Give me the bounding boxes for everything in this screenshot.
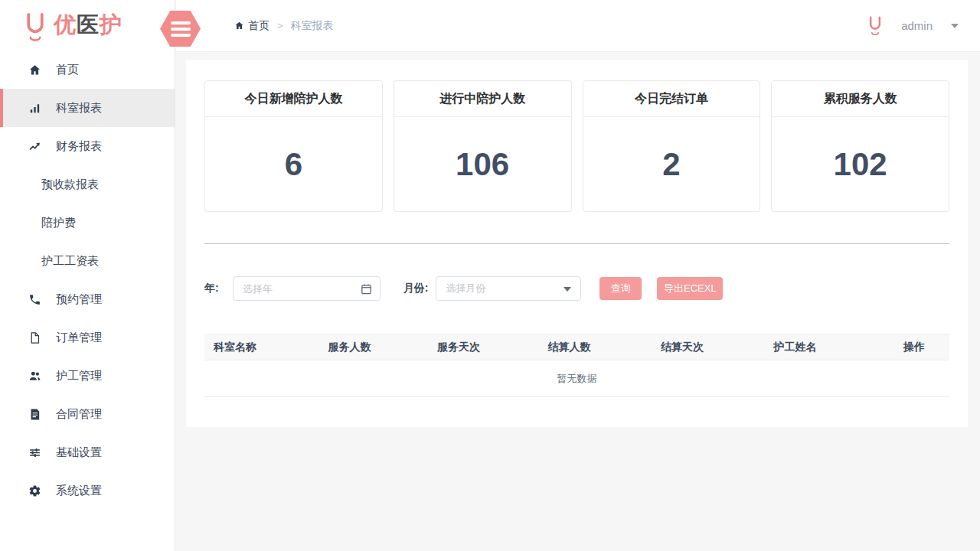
- brand-char: 护: [100, 12, 122, 37]
- home-icon: [28, 64, 41, 77]
- sidebar-item-worker-salary[interactable]: 护工工资表: [0, 242, 175, 280]
- stat-card-title: 今日完结订单: [583, 81, 760, 117]
- top-header: 首页 > 科室报表 admin: [176, 0, 980, 52]
- stat-card-value: 6: [205, 117, 382, 212]
- chevron-down-icon[interactable]: [951, 24, 959, 28]
- stat-card-title: 进行中陪护人数: [394, 81, 571, 117]
- stat-card-new-escort: 今日新增陪护人数 6: [204, 80, 383, 212]
- sidebar: 优医护 首页 科室报表 财务报表 预收款报表 陪护费 护工工资表 预约管理: [0, 0, 175, 551]
- file-icon: [28, 331, 41, 344]
- stat-card-title: 今日新增陪护人数: [205, 81, 382, 117]
- search-button[interactable]: 查询: [599, 277, 642, 300]
- bar-chart-icon: [28, 102, 41, 115]
- brand-name: 优医护: [54, 10, 122, 41]
- hamburger-icon: [171, 28, 191, 31]
- content-panel: 今日新增陪护人数 6 进行中陪护人数 106 今日完结订单 2 累积服务人数 1…: [186, 60, 968, 427]
- breadcrumb-home-label: 首页: [248, 19, 270, 33]
- year-picker: [233, 276, 381, 301]
- column-header: 结算天次: [626, 341, 739, 354]
- table-header-row: 科室名称 服务人数 服务天次 结算人数 结算天次 护工姓名 操作: [204, 334, 949, 360]
- stat-card-total-served: 累积服务人数 102: [771, 80, 949, 212]
- report-table: 科室名称 服务人数 服务天次 结算人数 结算天次 护工姓名 操作 暂无数据: [204, 334, 949, 397]
- sidebar-item-finance-report[interactable]: 财务报表: [0, 127, 175, 165]
- stat-card-completed-orders: 今日完结订单 2: [583, 80, 761, 212]
- sidebar-item-label: 预约管理: [56, 292, 102, 307]
- breadcrumb: 首页 > 科室报表: [234, 19, 334, 33]
- sidebar-item-contracts[interactable]: 合同管理: [0, 395, 175, 433]
- sidebar-item-label: 护工工资表: [41, 254, 99, 269]
- sidebar-item-label: 科室报表: [56, 101, 102, 116]
- sidebar-item-orders[interactable]: 订单管理: [0, 318, 175, 357]
- hamburger-icon: [171, 21, 191, 24]
- avatar-u-icon: [867, 15, 883, 36]
- sidebar-item-prepay-report[interactable]: 预收款报表: [0, 165, 175, 204]
- month-select[interactable]: 选择月份: [436, 276, 581, 301]
- stat-card-in-progress: 进行中陪护人数 106: [394, 80, 572, 212]
- column-header: 科室名称: [204, 341, 295, 354]
- sidebar-item-label: 首页: [56, 63, 79, 77]
- brand-char: 优: [54, 12, 77, 37]
- gear-icon: [28, 484, 41, 497]
- month-select-placeholder: 选择月份: [446, 282, 485, 295]
- sidebar-item-label: 预收款报表: [41, 178, 99, 192]
- sidebar-item-basic-settings[interactable]: 基础设置: [0, 433, 175, 471]
- sidebar-item-system-settings[interactable]: 系统设置: [0, 471, 175, 510]
- sidebar-item-workers[interactable]: 护工管理: [0, 357, 175, 395]
- username: admin: [901, 19, 933, 32]
- section-divider: [204, 243, 949, 244]
- sidebar-item-dept-report[interactable]: 科室报表: [0, 89, 175, 127]
- stat-card-value: 2: [583, 117, 760, 212]
- sidebar-item-label: 合同管理: [56, 407, 102, 422]
- column-header: 服务天次: [404, 341, 513, 354]
- sidebar-item-label: 护工管理: [56, 369, 102, 383]
- sidebar-item-label: 订单管理: [56, 331, 102, 345]
- year-label: 年:: [204, 282, 219, 295]
- export-excel-button[interactable]: 导出ECEXL: [657, 277, 723, 300]
- brand-char: 医: [77, 12, 100, 37]
- brand-u-icon: [24, 11, 47, 42]
- breadcrumb-home-link[interactable]: 首页: [234, 19, 270, 33]
- user-menu[interactable]: admin: [867, 15, 959, 36]
- stat-card-value: 106: [394, 117, 571, 212]
- breadcrumb-current: 科室报表: [291, 19, 334, 33]
- hamburger-icon: [171, 34, 191, 37]
- breadcrumb-separator: >: [277, 20, 283, 31]
- year-input[interactable]: [243, 278, 358, 299]
- sidebar-item-escort-fee[interactable]: 陪护费: [0, 204, 175, 242]
- column-header: 护工姓名: [739, 341, 851, 354]
- sidebar-item-appointments[interactable]: 预约管理: [0, 280, 175, 318]
- brand-logo: 优医护: [0, 0, 175, 51]
- sidebar-item-label: 财务报表: [56, 139, 102, 154]
- stat-cards: 今日新增陪护人数 6 进行中陪护人数 106 今日完结订单 2 累积服务人数 1…: [204, 80, 949, 212]
- phone-icon: [28, 293, 41, 306]
- stat-card-title: 累积服务人数: [772, 81, 949, 117]
- column-header: 服务人数: [295, 341, 404, 354]
- trend-up-icon: [28, 140, 41, 153]
- table-empty-state: 暂无数据: [204, 360, 949, 397]
- sliders-icon: [28, 446, 41, 459]
- sidebar-item-label: 陪护费: [41, 216, 76, 230]
- calendar-icon[interactable]: [360, 282, 373, 295]
- sidebar-item-label: 系统设置: [56, 484, 102, 498]
- filter-bar: 年: 月份: 选择月份 查询 导出ECEXL: [204, 276, 949, 301]
- contract-icon: [28, 408, 41, 421]
- sidebar-item-home[interactable]: 首页: [0, 51, 175, 89]
- chevron-down-icon: [564, 287, 571, 292]
- stat-card-value: 102: [772, 117, 949, 212]
- column-header: 结算人数: [513, 341, 626, 354]
- users-icon: [28, 370, 41, 383]
- column-header: 操作: [851, 341, 949, 354]
- sidebar-menu: 首页 科室报表 财务报表 预收款报表 陪护费 护工工资表 预约管理 订单管理: [0, 51, 175, 510]
- sidebar-item-label: 基础设置: [56, 445, 102, 460]
- month-label: 月份:: [403, 282, 429, 295]
- home-icon: [234, 21, 244, 31]
